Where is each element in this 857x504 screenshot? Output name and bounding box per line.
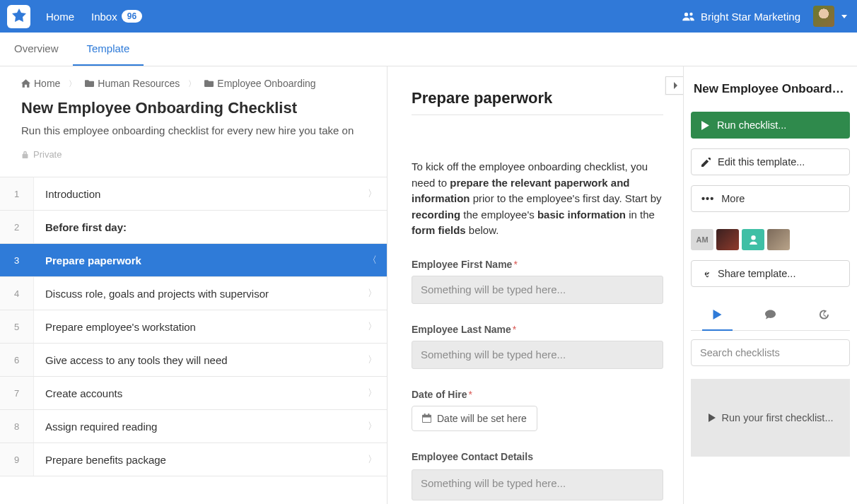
history-icon bbox=[818, 310, 829, 320]
crumb-hr-label: Human Resources bbox=[98, 78, 180, 89]
tab-overview[interactable]: Overview bbox=[0, 33, 73, 66]
chevron-right-icon: 〉 bbox=[69, 78, 76, 89]
first-name-label: Employee First Name bbox=[412, 259, 512, 270]
chevron-right-icon: 〉 bbox=[368, 187, 377, 200]
folder-icon bbox=[85, 79, 94, 88]
collapse-sidebar-button[interactable] bbox=[665, 76, 683, 95]
step-label: Discuss role, goals and projects with su… bbox=[34, 288, 368, 300]
chevron-left-icon: 〈 bbox=[368, 254, 377, 266]
crumb-folder-label: Employee Onboarding bbox=[217, 78, 315, 89]
edit-template-button[interactable]: Edit this template... bbox=[691, 148, 850, 175]
crumb-folder[interactable]: Employee Onboarding bbox=[204, 78, 315, 89]
step-4[interactable]: 4 Discuss role, goals and projects with … bbox=[0, 277, 387, 310]
breadcrumb: Home 〉 Human Resources 〉 Employee Onboar… bbox=[0, 66, 387, 89]
page-description: Run this employee onboarding checklist f… bbox=[21, 124, 366, 136]
run-first-label: Run your first checklist... bbox=[722, 412, 834, 423]
content-column: Prepare paperwork To kick off the employ… bbox=[387, 66, 683, 504]
page-title: New Employee Onboarding Checklist bbox=[21, 99, 366, 117]
person-icon bbox=[748, 235, 759, 245]
step-8[interactable]: 8 Assign required reading 〉 bbox=[0, 410, 387, 443]
step-3[interactable]: 3 Prepare paperwork 〈 bbox=[0, 244, 387, 277]
calendar-icon bbox=[422, 414, 431, 423]
step-1[interactable]: 1 Introduction 〉 bbox=[0, 177, 387, 211]
org-switcher[interactable]: Bright Star Marketing bbox=[682, 11, 800, 23]
step-label: Introduction bbox=[34, 188, 368, 200]
chevron-right-icon: 〉 bbox=[368, 320, 377, 333]
folder-icon bbox=[204, 79, 214, 88]
user-avatar[interactable] bbox=[813, 6, 834, 27]
chevron-right-icon: 〉 bbox=[188, 78, 196, 89]
step-label: Give access to any tools they will need bbox=[34, 354, 368, 366]
step-label: Prepare benefits package bbox=[34, 454, 368, 466]
right-sidebar: New Employee Onboardin... Run checklist.… bbox=[683, 66, 857, 504]
inbox-count-badge: 96 bbox=[122, 10, 142, 23]
privacy-text: Private bbox=[33, 149, 62, 160]
comment-icon bbox=[765, 310, 776, 320]
step-7[interactable]: 7 Create accounts 〉 bbox=[0, 377, 387, 410]
chevron-right-icon bbox=[672, 82, 679, 89]
run-checklist-button[interactable]: Run checklist... bbox=[691, 112, 850, 139]
required-mark: * bbox=[513, 259, 517, 270]
sidebar-tab-runs[interactable] bbox=[706, 310, 728, 323]
chevron-right-icon: 〉 bbox=[368, 420, 377, 433]
crumb-home[interactable]: Home bbox=[21, 78, 60, 89]
subnav: Overview Template bbox=[0, 33, 857, 66]
required-mark: * bbox=[513, 324, 516, 335]
step-9[interactable]: 9 Prepare benefits package 〉 bbox=[0, 443, 387, 476]
step-2-heading[interactable]: 2 Before first day: bbox=[0, 211, 387, 244]
user-menu-caret-icon[interactable] bbox=[841, 15, 847, 18]
share-template-button[interactable]: Share template... bbox=[691, 260, 850, 287]
required-mark: * bbox=[469, 389, 472, 400]
first-name-input[interactable] bbox=[412, 276, 663, 304]
contact-details-input[interactable]: Something will be typed here... bbox=[412, 469, 663, 500]
assignee-initials[interactable]: AM bbox=[691, 229, 713, 250]
step-number: 1 bbox=[0, 177, 34, 210]
last-name-label: Employee Last Name bbox=[412, 324, 511, 335]
step-number: 3 bbox=[0, 244, 34, 276]
date-of-hire-picker[interactable]: Date will be set here bbox=[412, 406, 537, 431]
step-number: 4 bbox=[0, 277, 34, 310]
app-logo[interactable] bbox=[7, 5, 30, 28]
step-5[interactable]: 5 Prepare employee's workstation 〉 bbox=[0, 310, 387, 344]
date-placeholder-text: Date will be set here bbox=[437, 413, 527, 424]
step-label: Assign required reading bbox=[34, 421, 368, 433]
privacy-label: Private bbox=[21, 149, 366, 160]
last-name-input[interactable] bbox=[412, 341, 663, 369]
left-column: Home 〉 Human Resources 〉 Employee Onboar… bbox=[0, 66, 387, 504]
tab-template[interactable]: Template bbox=[73, 33, 144, 66]
edit-template-label: Edit this template... bbox=[718, 156, 805, 168]
ellipsis-icon: ••• bbox=[701, 193, 714, 204]
crumb-home-label: Home bbox=[34, 78, 60, 89]
crumb-hr[interactable]: Human Resources bbox=[85, 78, 180, 89]
search-checklists-input[interactable] bbox=[691, 339, 850, 366]
assignee-avatar[interactable] bbox=[767, 229, 790, 250]
share-icon bbox=[701, 269, 711, 279]
nav-inbox[interactable]: Inbox 96 bbox=[91, 10, 142, 23]
sidebar-tab-comments[interactable] bbox=[759, 310, 781, 323]
nav-home[interactable]: Home bbox=[46, 11, 74, 23]
step-number: 8 bbox=[0, 410, 34, 443]
sidebar-title: New Employee Onboardin... bbox=[691, 69, 850, 102]
step-6[interactable]: 6 Give access to any tools they will nee… bbox=[0, 344, 387, 377]
chevron-right-icon: 〉 bbox=[368, 453, 377, 466]
sidebar-tab-activity[interactable] bbox=[812, 310, 834, 323]
more-button[interactable]: ••• More bbox=[691, 185, 850, 212]
contact-details-label: Employee Contact Details bbox=[412, 451, 533, 462]
run-first-checklist-button[interactable]: Run your first checklist... bbox=[691, 379, 850, 457]
step-label: Before first day: bbox=[34, 221, 387, 233]
step-number: 6 bbox=[0, 344, 34, 376]
run-checklist-label: Run checklist... bbox=[717, 119, 786, 131]
play-icon bbox=[701, 121, 710, 130]
assignee-generic[interactable] bbox=[742, 229, 764, 250]
more-label: More bbox=[721, 193, 745, 204]
step-list: 1 Introduction 〉 2 Before first day: 3 P… bbox=[0, 177, 387, 476]
step-label: Prepare employee's workstation bbox=[34, 321, 368, 333]
org-name: Bright Star Marketing bbox=[701, 11, 800, 23]
content-title: Prepare paperwork bbox=[412, 89, 663, 115]
share-template-label: Share template... bbox=[718, 268, 795, 279]
chevron-right-icon: 〉 bbox=[368, 387, 377, 399]
assignee-avatar[interactable] bbox=[716, 229, 739, 250]
step-label: Prepare paperwork bbox=[34, 254, 368, 266]
step-number: 2 bbox=[0, 211, 34, 243]
users-icon bbox=[682, 11, 695, 21]
